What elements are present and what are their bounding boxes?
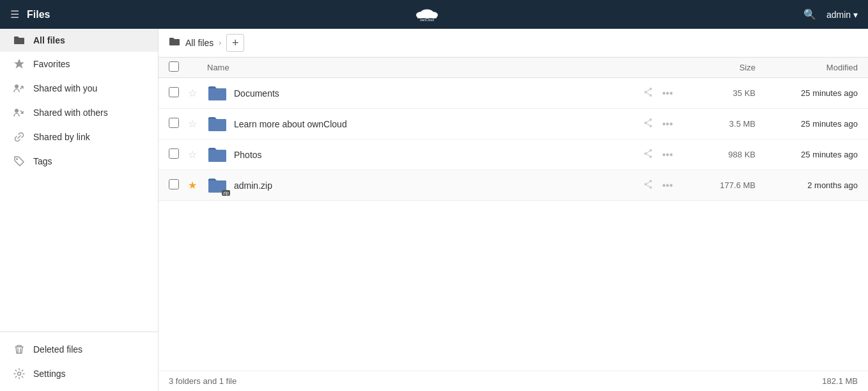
favorite-star-photos[interactable]: ☆: [188, 148, 197, 161]
favorite-star-learn-more[interactable]: ☆: [188, 118, 197, 130]
zip-folder-icon: zip: [207, 177, 228, 195]
row-name-documents: Documents: [207, 84, 640, 102]
sidebar: All files Favorites Sh: [0, 29, 159, 391]
share-action-documents[interactable]: [640, 86, 656, 101]
sidebar-item-favorites[interactable]: Favorites: [0, 52, 158, 76]
sidebar-item-shared-by-link[interactable]: Shared by link: [0, 125, 158, 149]
share-in-icon: [13, 83, 26, 94]
svg-point-19: [644, 152, 647, 155]
share-action-learn-more[interactable]: [640, 116, 656, 132]
svg-line-22: [647, 151, 649, 153]
table-row: ★ zip admin.zip: [159, 170, 868, 201]
svg-point-10: [649, 88, 652, 90]
checkbox-documents[interactable]: [169, 87, 179, 97]
svg-text:ownCloud: ownCloud: [420, 17, 434, 21]
row-name-learn-more: Learn more about ownCloud: [207, 115, 640, 133]
share-action-admin-zip[interactable]: [640, 178, 656, 193]
file-name-documents[interactable]: Documents: [234, 88, 279, 99]
sidebar-item-settings-label: Settings: [33, 369, 66, 379]
main-layout: All files Favorites Sh: [0, 29, 868, 391]
share-action-photos[interactable]: [640, 147, 656, 163]
checkbox-admin-zip[interactable]: [169, 179, 179, 189]
share-out-icon: [13, 107, 26, 118]
select-all-checkbox[interactable]: [169, 61, 179, 72]
table-row: ☆ Documents: [159, 78, 868, 109]
more-action-admin-zip[interactable]: •••: [660, 179, 676, 193]
svg-point-6: [15, 109, 19, 113]
file-area: All files › + Name Size Modified ☆: [159, 29, 868, 391]
header-modified[interactable]: Modified: [756, 63, 858, 72]
svg-point-26: [649, 186, 652, 189]
search-icon[interactable]: 🔍: [803, 8, 816, 20]
sidebar-item-shared-with-others[interactable]: Shared with others: [0, 100, 158, 125]
row-modified-admin-zip: 2 months ago: [756, 180, 858, 190]
folder-icon-learn-more: [207, 115, 228, 133]
header-size[interactable]: Size: [692, 63, 756, 72]
sidebar-item-settings[interactable]: Settings: [0, 362, 158, 386]
sidebar-item-all-files[interactable]: All files: [0, 29, 158, 52]
app-title: Files: [27, 9, 50, 20]
navbar-right: 🔍 admin ▾: [803, 8, 858, 20]
svg-line-18: [647, 124, 649, 125]
file-header: All files › +: [159, 29, 868, 58]
footer-summary: 3 folders and 1 file: [169, 376, 236, 386]
row-name-photos: Photos: [207, 146, 640, 164]
sidebar-item-shared-by-link-label: Shared by link: [33, 132, 90, 142]
more-action-learn-more[interactable]: •••: [660, 117, 676, 131]
tag-icon: [13, 156, 26, 167]
more-action-photos[interactable]: •••: [660, 148, 676, 162]
svg-point-8: [18, 372, 21, 376]
svg-point-21: [649, 156, 652, 158]
sidebar-item-shared-with-you-label: Shared with you: [33, 83, 97, 93]
svg-point-20: [649, 149, 652, 152]
header-checkbox: [169, 61, 188, 74]
folder-icon: [13, 35, 26, 45]
add-button[interactable]: +: [226, 34, 244, 52]
sidebar-item-all-files-label: All files: [33, 35, 65, 45]
breadcrumb-chevron-icon: ›: [219, 38, 221, 47]
svg-line-13: [647, 93, 649, 95]
row-checkbox-documents: [169, 87, 188, 99]
sidebar-bottom: Deleted files Settings: [0, 331, 158, 391]
folder-icon-photos: [207, 146, 228, 164]
svg-line-23: [647, 154, 649, 156]
favorite-star-admin-zip[interactable]: ★: [188, 179, 197, 191]
more-action-documents[interactable]: •••: [660, 86, 676, 100]
svg-point-9: [644, 91, 647, 93]
row-size-learn-more: 3.5 MB: [692, 119, 756, 129]
sidebar-item-tags[interactable]: Tags: [0, 149, 158, 173]
file-name-photos[interactable]: Photos: [234, 150, 262, 160]
checkbox-photos[interactable]: [169, 148, 179, 159]
sidebar-item-shared-with-others-label: Shared with others: [33, 108, 108, 118]
checkbox-learn-more[interactable]: [169, 118, 179, 128]
sidebar-item-shared-with-you[interactable]: Shared with you: [0, 76, 158, 100]
favorite-star-documents[interactable]: ☆: [188, 87, 197, 99]
svg-point-5: [15, 84, 19, 88]
row-name-admin-zip: zip admin.zip: [207, 177, 640, 195]
gear-icon: [13, 368, 26, 379]
svg-point-14: [644, 122, 647, 124]
row-size-admin-zip: 177.6 MB: [692, 180, 756, 190]
row-modified-learn-more: 25 minutes ago: [756, 119, 858, 129]
sidebar-item-deleted-files-label: Deleted files: [33, 344, 82, 355]
star-icon: [13, 58, 26, 70]
row-size-documents: 35 KB: [692, 88, 756, 98]
user-menu[interactable]: admin ▾: [826, 10, 858, 20]
svg-line-27: [647, 182, 649, 184]
navbar-left: ☰ Files: [10, 8, 50, 20]
hamburger-icon[interactable]: ☰: [10, 8, 19, 20]
row-actions-photos: •••: [640, 147, 692, 163]
file-name-admin-zip[interactable]: admin.zip: [234, 180, 272, 191]
app-logo: ownCloud: [408, 5, 446, 24]
link-icon: [13, 131, 26, 143]
row-fav-learn-more: ☆: [188, 118, 207, 130]
header-name[interactable]: Name: [207, 63, 640, 72]
row-fav-photos: ☆: [188, 148, 207, 161]
file-name-learn-more[interactable]: Learn more about ownCloud: [234, 119, 347, 129]
sidebar-item-deleted-files[interactable]: Deleted files: [0, 337, 158, 362]
zip-badge: zip: [222, 190, 230, 196]
table-row: ☆ Photos: [159, 140, 868, 170]
row-modified-photos: 25 minutes ago: [756, 150, 858, 159]
trash-icon: [13, 344, 26, 355]
breadcrumb-label: All files: [185, 38, 213, 48]
